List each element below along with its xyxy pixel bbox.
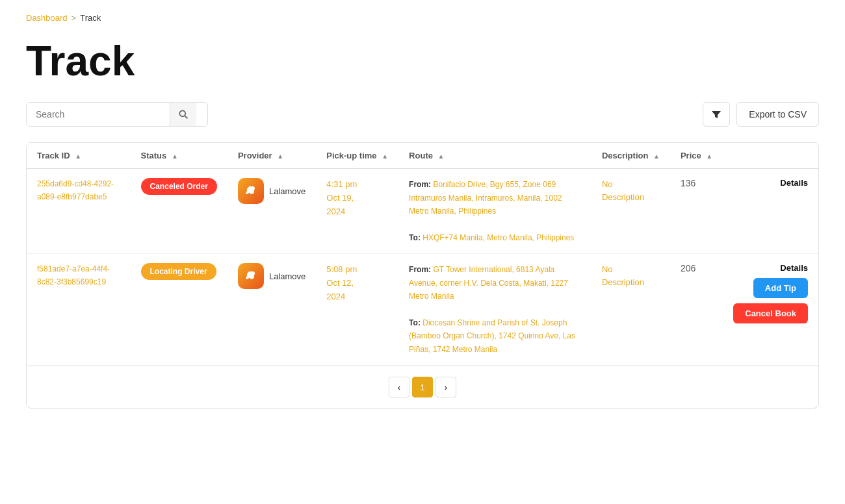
svg-point-3: [252, 273, 253, 275]
svg-line-1: [185, 116, 187, 119]
description-cell: NoDescription: [592, 254, 670, 366]
search-input[interactable]: [27, 103, 170, 126]
price-cell: 206: [670, 254, 723, 366]
pickup-time-cell: 4:31 pmOct 19,2024: [316, 169, 398, 254]
track-id-value: 255da6d9-cd48-4292-a089-e8fb977dabe5: [37, 179, 114, 201]
sort-arrow-track-id: ▲: [75, 153, 81, 160]
toolbar: Export to CSV: [26, 102, 819, 127]
col-track-id[interactable]: Track ID ▲: [27, 143, 131, 169]
page-next-btn[interactable]: ›: [436, 377, 456, 397]
actions-cell: DetailsAdd TipCancel Book: [723, 254, 818, 366]
lalamove-bird-icon: [243, 268, 259, 284]
actions-wrapper: DetailsAdd TipCancel Book: [733, 263, 808, 323]
details-link[interactable]: Details: [780, 178, 808, 188]
col-pickup-time[interactable]: Pick-up time ▲: [316, 143, 398, 169]
actions-wrapper: Details: [733, 178, 808, 188]
track-id-cell: f581ade7-a7ea-44f4-8c82-3f3b85699c19: [27, 254, 131, 366]
price-cell: 136: [670, 169, 723, 254]
search-wrapper: [26, 102, 208, 127]
filter-icon: [711, 109, 722, 120]
toolbar-right: Export to CSV: [703, 102, 819, 127]
route-from-address: GT Tower International, 6813 Ayala Avenu…: [409, 265, 568, 301]
page-container: Dashboard > Track Track Export to CSV: [0, 0, 845, 422]
col-provider[interactable]: Provider ▲: [228, 143, 316, 169]
sort-arrow-status: ▲: [172, 153, 178, 160]
col-actions: [723, 143, 818, 169]
sort-arrow-price: ▲: [706, 153, 712, 160]
provider-cell: Lalamove: [228, 169, 316, 254]
table-container: Track ID ▲ Status ▲ Provider ▲ Pick-up t…: [26, 142, 819, 409]
svg-point-0: [179, 111, 185, 117]
route-to-address: Diocesan Shrine and Parish of St. Joseph…: [409, 318, 575, 354]
track-table: Track ID ▲ Status ▲ Provider ▲ Pick-up t…: [27, 143, 818, 366]
svg-point-2: [252, 188, 253, 190]
details-link[interactable]: Details: [780, 263, 808, 273]
breadcrumb-dashboard[interactable]: Dashboard: [26, 13, 68, 23]
add-tip-button[interactable]: Add Tip: [753, 278, 808, 298]
search-button[interactable]: [170, 103, 196, 126]
description-value: NoDescription: [602, 264, 644, 287]
col-price[interactable]: Price ▲: [670, 143, 723, 169]
provider-name: Lalamove: [269, 186, 306, 196]
description-value: NoDescription: [602, 179, 644, 202]
page-1-btn[interactable]: 1: [412, 377, 433, 397]
export-csv-button[interactable]: Export to CSV: [736, 102, 819, 127]
status-cell: Canceled Order: [131, 169, 228, 254]
page-prev-btn[interactable]: ‹: [389, 377, 410, 397]
actions-cell: Details: [723, 169, 818, 254]
pickup-time-cell: 5:08 pmOct 12,2024: [316, 254, 398, 366]
pickup-time-value: 5:08 pmOct 12,2024: [326, 264, 357, 301]
col-status[interactable]: Status ▲: [131, 143, 228, 169]
sort-arrow-pickup: ▲: [382, 153, 388, 160]
breadcrumb: Dashboard > Track: [26, 13, 819, 23]
status-badge: Canceled Order: [141, 178, 217, 195]
table-row: 255da6d9-cd48-4292-a089-e8fb977dabe5Canc…: [27, 169, 818, 254]
pagination: ‹ 1 ›: [27, 366, 818, 408]
route-to-label: To:: [409, 233, 421, 242]
provider-logo: [238, 263, 264, 289]
breadcrumb-separator: >: [72, 13, 77, 23]
pickup-time-value: 4:31 pmOct 19,2024: [326, 179, 357, 216]
search-icon: [178, 109, 188, 120]
breadcrumb-current: Track: [80, 13, 101, 23]
cancel-book-button[interactable]: Cancel Book: [733, 303, 808, 323]
page-title: Track: [26, 38, 819, 84]
route-to-address: HXQF+74 Manila, Metro Manila, Philippine…: [422, 233, 574, 242]
description-cell: NoDescription: [592, 169, 670, 254]
col-description[interactable]: Description ▲: [592, 143, 670, 169]
track-id-value: f581ade7-a7ea-44f4-8c82-3f3b85699c19: [37, 264, 110, 286]
route-cell: From: GT Tower International, 6813 Ayala…: [398, 254, 592, 366]
route-value: From: Bonifacio Drive, Bgy 655, Zone 069…: [409, 178, 581, 244]
provider-logo: [238, 178, 264, 204]
route-cell: From: Bonifacio Drive, Bgy 655, Zone 069…: [398, 169, 592, 254]
track-id-cell: 255da6d9-cd48-4292-a089-e8fb977dabe5: [27, 169, 131, 254]
provider-name: Lalamove: [269, 271, 306, 281]
lalamove-bird-icon: [243, 183, 259, 199]
route-from-label: From:: [409, 265, 431, 274]
provider-cell: Lalamove: [228, 254, 316, 366]
sort-arrow-provider: ▲: [277, 153, 283, 160]
table-header-row: Track ID ▲ Status ▲ Provider ▲ Pick-up t…: [27, 143, 818, 169]
price-value: 206: [681, 263, 696, 273]
filter-button[interactable]: [703, 102, 730, 127]
status-badge: Locating Driver: [141, 263, 216, 280]
route-from-label: From:: [409, 180, 431, 189]
route-value: From: GT Tower International, 6813 Ayala…: [409, 263, 581, 356]
sort-arrow-description: ▲: [653, 153, 660, 160]
table-row: f581ade7-a7ea-44f4-8c82-3f3b85699c19Loca…: [27, 254, 818, 366]
route-to-label: To:: [409, 318, 421, 327]
price-value: 136: [681, 178, 696, 188]
status-cell: Locating Driver: [131, 254, 228, 366]
route-from-address: Bonifacio Drive, Bgy 655, Zone 069 Intra…: [409, 180, 562, 216]
col-route[interactable]: Route ▲: [398, 143, 592, 169]
sort-arrow-route: ▲: [438, 153, 445, 160]
